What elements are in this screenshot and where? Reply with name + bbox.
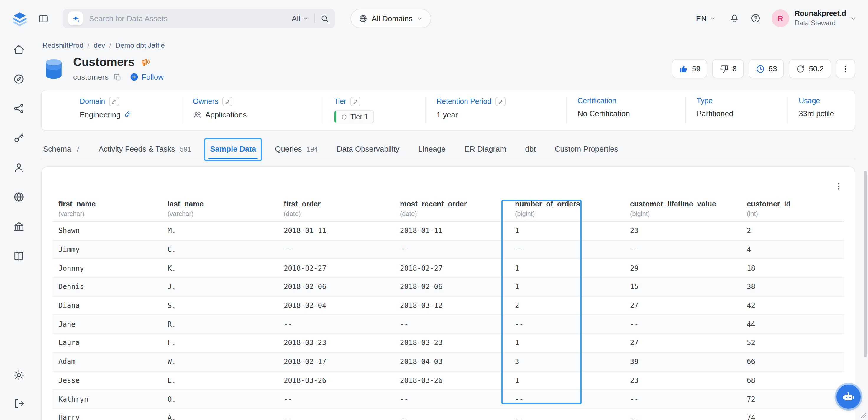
- table-cell: 38: [741, 277, 844, 296]
- table-row: DennisJ.2018-02-062018-02-0611538: [53, 277, 844, 296]
- compass-icon: [13, 73, 25, 85]
- breadcrumb-item[interactable]: dev: [93, 41, 105, 50]
- tab-queries[interactable]: Queries194: [274, 140, 318, 159]
- popularity-score-button[interactable]: 50.2: [789, 59, 831, 79]
- column-type: (bigint): [515, 210, 618, 217]
- table-cell: K.: [162, 259, 278, 277]
- sidebar-item-web[interactable]: [13, 191, 25, 203]
- sidebar-item-governance[interactable]: [13, 220, 25, 233]
- column-name: number_of_orders: [515, 200, 618, 208]
- table-cell: 2018-02-27: [394, 259, 509, 277]
- sidebar-item-profile[interactable]: [13, 162, 25, 173]
- kebab-icon: [834, 182, 843, 191]
- upvotes-button[interactable]: 59: [672, 59, 708, 79]
- tab-label: Data Observability: [337, 145, 399, 153]
- tab-lineage[interactable]: Lineage: [417, 140, 446, 159]
- tab-dbt[interactable]: dbt: [524, 140, 536, 159]
- recent-activity-button[interactable]: 63: [748, 59, 784, 79]
- tab-custom-properties[interactable]: Custom Properties: [554, 140, 619, 159]
- edit-tier-button[interactable]: [350, 97, 361, 106]
- table-row: KathrynO.--------72: [53, 390, 844, 408]
- link-icon[interactable]: [124, 110, 132, 119]
- asset-more-actions-button[interactable]: [836, 59, 855, 79]
- sidebar-item-logout[interactable]: [13, 398, 25, 409]
- table-cell: 2018-02-27: [278, 259, 394, 277]
- sidebar-item-discover[interactable]: [13, 73, 25, 85]
- column-header-number_of_orders[interactable]: number_of_orders(bigint): [509, 200, 624, 221]
- edit-retention-period-button[interactable]: [495, 97, 505, 106]
- user-menu[interactable]: Rounakpreet.d Data Steward: [795, 9, 846, 27]
- sidebar-toggle-button[interactable]: [38, 13, 49, 24]
- follow-button[interactable]: Follow: [130, 72, 164, 82]
- column-header-customer_lifetime_value[interactable]: customer_lifetime_value(bigint): [624, 200, 741, 221]
- breadcrumb: RedshiftProd/dev/Demo dbt Jaffle: [42, 41, 855, 50]
- tab-data-observability[interactable]: Data Observability: [336, 140, 400, 159]
- announcement-icon[interactable]: [141, 57, 151, 67]
- help-button[interactable]: [750, 13, 761, 24]
- language-selector[interactable]: EN: [696, 14, 716, 23]
- table-cell: 2018-02-17: [278, 353, 394, 371]
- meta-field-certification: CertificationNo Certification: [567, 97, 686, 123]
- table-cell: Diana: [53, 296, 162, 315]
- gear-icon: [13, 369, 25, 381]
- tab-sample-data[interactable]: Sample Data: [209, 140, 257, 159]
- table-cell: S.: [162, 296, 278, 315]
- tab-label: Schema: [43, 145, 71, 153]
- column-header-customer_id[interactable]: customer_id(int): [741, 200, 844, 221]
- breadcrumb-item[interactable]: RedshiftProd: [42, 41, 84, 50]
- table-asset-icon: [41, 57, 66, 82]
- column-header-first_order[interactable]: first_order(date): [278, 200, 394, 221]
- search-button[interactable]: [320, 14, 329, 23]
- table-cell: J.: [162, 277, 278, 296]
- edit-owners-button[interactable]: [222, 97, 232, 106]
- table-more-actions-button[interactable]: [831, 179, 846, 194]
- breadcrumb-separator: /: [88, 41, 90, 50]
- resize-grip-icon[interactable]: [860, 412, 866, 418]
- sidebar-item-assets[interactable]: [13, 102, 25, 115]
- breadcrumb-item[interactable]: Demo dbt Jaffle: [115, 41, 165, 50]
- sidebar-item-access[interactable]: [13, 132, 25, 144]
- notifications-button[interactable]: [729, 13, 740, 24]
- atlan-logo[interactable]: [12, 10, 28, 26]
- table-cell: 23: [624, 221, 741, 240]
- bell-icon: [729, 13, 740, 24]
- table-cell: 68: [741, 371, 844, 390]
- tier-badge[interactable]: Tier 1: [334, 110, 374, 123]
- chevron-down-icon[interactable]: [850, 15, 856, 22]
- book-icon: [13, 250, 25, 262]
- table-row: JaneR.--------44: [53, 315, 844, 334]
- user-avatar[interactable]: R: [772, 9, 789, 27]
- globe-icon: [359, 14, 368, 23]
- table-cell: --: [394, 390, 509, 408]
- edit-domain-button[interactable]: [109, 97, 119, 106]
- meta-label: Domain: [80, 97, 105, 106]
- sidebar-item-glossary[interactable]: [13, 250, 25, 262]
- table-cell: --: [509, 240, 624, 259]
- tab-er-diagram[interactable]: ER Diagram: [464, 140, 507, 159]
- user-icon: [13, 162, 25, 173]
- copy-button[interactable]: [113, 73, 122, 81]
- asset-titles: Customers customers: [73, 55, 164, 82]
- tab-schema[interactable]: Schema7: [42, 140, 80, 159]
- tab-activity-feeds-tasks[interactable]: Activity Feeds & Tasks591: [98, 140, 192, 159]
- sidebar-item-home[interactable]: [13, 44, 25, 55]
- tab-label: Sample Data: [210, 145, 256, 153]
- global-search[interactable]: All: [63, 8, 335, 28]
- sidebar-item-settings[interactable]: [13, 369, 25, 381]
- domains-filter[interactable]: All Domains: [350, 8, 432, 28]
- chat-assistant-button[interactable]: [836, 385, 860, 409]
- column-type: (varchar): [167, 210, 272, 217]
- table-cell: 2018-02-04: [278, 296, 394, 315]
- downvotes-button[interactable]: 8: [712, 59, 744, 79]
- search-input[interactable]: [88, 13, 286, 23]
- table-cell: 72: [741, 390, 844, 408]
- shield-icon: [341, 114, 347, 120]
- search-scope-selector[interactable]: All: [292, 14, 309, 23]
- column-header-most_recent_order[interactable]: most_recent_order(date): [394, 200, 509, 221]
- vertical-scrollbar-thumb[interactable]: [863, 171, 867, 357]
- column-header-first_name[interactable]: first_name(varchar): [53, 200, 162, 221]
- table-cell: O.: [162, 390, 278, 408]
- column-header-last_name[interactable]: last_name(varchar): [162, 200, 278, 221]
- tab-label: ER Diagram: [465, 145, 506, 153]
- group-icon: [193, 110, 202, 119]
